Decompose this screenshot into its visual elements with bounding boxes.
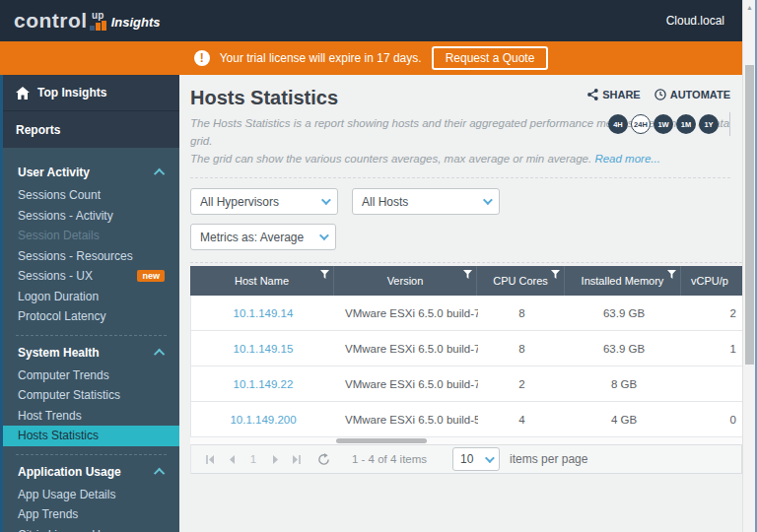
section-label: User Activity (18, 166, 90, 179)
time-range-24h[interactable]: 24H (631, 114, 651, 134)
item-label: Logon Duration (18, 290, 99, 303)
column-header-vcpu[interactable]: vCPU/p (681, 266, 742, 296)
cpu-cores-cell: 4 (478, 414, 566, 426)
chevron-down-icon (319, 232, 329, 241)
host-link[interactable]: 10.1.149.14 (191, 307, 335, 319)
table-row: 10.1.149.15 VMware ESXi 6.5.0 build-7388… (190, 331, 742, 366)
sidebar-item-sessions-count[interactable]: Sessions Count (3, 185, 179, 206)
sidebar-section-system-health[interactable]: System Health (3, 340, 179, 366)
filter-funnel-icon[interactable] (463, 270, 472, 279)
hosts-data-grid: Host Name Version CPU Cores Installed Me… (190, 262, 742, 474)
hypervisors-value: All Hypervisors (200, 195, 279, 209)
column-label: Version (387, 275, 424, 287)
item-label: App Usage Details (18, 488, 115, 501)
column-label: Host Name (235, 275, 289, 287)
hosts-dropdown[interactable]: All Hosts (352, 188, 500, 215)
sidebar-item-app-trends[interactable]: App Trends (3, 504, 179, 525)
header-actions: SHARE AUTOMATE 4H 24H 1W 1M 1Y (587, 89, 730, 136)
column-header-version[interactable]: Version (334, 266, 477, 296)
refresh-button[interactable] (317, 453, 330, 466)
next-page-button[interactable] (264, 455, 286, 464)
sidebar-item-sessions-resources[interactable]: Sessions - Resources (3, 246, 179, 267)
item-label: App Trends (18, 507, 78, 521)
cpu-cores-cell: 8 (478, 343, 566, 355)
item-label: Sessions - Activity (18, 209, 113, 223)
memory-cell: 63.9 GB (566, 343, 682, 355)
time-range-divider (729, 112, 730, 136)
filter-funnel-icon[interactable] (667, 270, 676, 279)
column-label: CPU Cores (493, 275, 548, 287)
share-label: SHARE (602, 89, 641, 100)
request-quote-button[interactable]: Request a Quote (432, 46, 549, 70)
hosts-value: All Hosts (362, 195, 408, 209)
time-range-1m[interactable]: 1M (676, 114, 696, 134)
vertical-scrollbar[interactable]: ▲ (742, 0, 755, 532)
sidebar-section-user-activity[interactable]: User Activity (3, 160, 179, 185)
vertical-scrollbar-thumb[interactable] (745, 65, 754, 365)
sidebar-reports-header[interactable]: Reports (3, 110, 179, 148)
logo-up-block: up (90, 11, 106, 31)
chevron-up-icon (154, 467, 165, 478)
metrics-dropdown[interactable]: Metrics as: Average (190, 224, 336, 250)
sidebar-item-logon-duration[interactable]: Logon Duration (3, 287, 179, 307)
sidebar-item-host-trends[interactable]: Host Trends (3, 406, 179, 427)
sidebar-item-computer-statistics[interactable]: Computer Statistics (3, 385, 179, 406)
sidebar-item-hosts-statistics[interactable]: Hosts Statistics (3, 426, 179, 446)
column-header-host-name[interactable]: Host Name (190, 266, 334, 296)
version-cell: VMware ESXi 6.5.0 build-7388607 (335, 343, 478, 355)
column-header-installed-memory[interactable]: Installed Memory (565, 266, 681, 296)
share-button[interactable]: SHARE (587, 89, 641, 100)
version-cell: VMware ESXi 6.5.0 build-5969303 (335, 414, 478, 426)
time-range-4h[interactable]: 4H (608, 114, 628, 134)
filter-funnel-icon[interactable] (551, 270, 560, 279)
description-line2: The grid can show the various counters a… (190, 153, 591, 165)
chevron-up-icon (154, 168, 165, 179)
exclamation-icon: ! (194, 50, 210, 66)
sidebar-top-block: Top Insights Reports (3, 75, 179, 148)
hypervisors-dropdown[interactable]: All Hypervisors (190, 188, 338, 215)
sidebar-item-app-usage-details[interactable]: App Usage Details (3, 485, 179, 505)
chevron-up-icon (154, 348, 165, 359)
trial-message: Your trial license will expire in 17 day… (220, 51, 422, 65)
clock-icon (654, 89, 666, 100)
column-header-cpu-cores[interactable]: CPU Cores (477, 266, 565, 296)
first-page-button[interactable] (199, 455, 221, 464)
scrollbar-up-arrow[interactable]: ▲ (745, 2, 754, 12)
cpu-cores-cell: 2 (478, 378, 566, 390)
sidebar-section-application-usage[interactable]: Application Usage (3, 459, 179, 485)
item-label: Protocol Latency (18, 309, 105, 323)
item-label: Session Details (18, 229, 100, 242)
new-badge: new (137, 270, 165, 282)
item-label: Computer Trends (18, 368, 109, 382)
pagination-status: 1 - 4 of 4 items (352, 453, 427, 465)
item-label: Citrix License Usage (18, 528, 126, 532)
time-range-1w[interactable]: 1W (654, 114, 673, 134)
automate-button[interactable]: AUTOMATE (654, 89, 730, 100)
read-more-link[interactable]: Read more... (594, 153, 659, 165)
sidebar-item-top-insights[interactable]: Top Insights (3, 75, 179, 110)
cpu-cores-cell: 8 (478, 307, 566, 319)
sidebar-item-citrix-license-usage[interactable]: Citrix License Usage (3, 525, 179, 532)
host-link[interactable]: 10.1.149.200 (191, 414, 335, 426)
host-link[interactable]: 10.1.149.15 (191, 343, 335, 355)
previous-page-button[interactable] (221, 455, 242, 464)
chevron-down-icon (321, 196, 331, 206)
sidebar-item-sessions-ux[interactable]: Sessions - UX new (3, 266, 179, 287)
page-size-dropdown[interactable]: 10 (452, 447, 500, 471)
horizontal-scrollbar-thumb[interactable] (336, 438, 427, 443)
host-link[interactable]: 10.1.149.22 (191, 378, 335, 390)
column-label: Installed Memory (582, 275, 664, 287)
time-range-1y[interactable]: 1Y (699, 114, 719, 134)
sidebar-reports-label: Reports (16, 123, 60, 137)
page-number[interactable]: 1 (242, 453, 264, 465)
time-range-buttons: 4H 24H 1W 1M 1Y (608, 112, 730, 136)
last-page-button[interactable] (286, 455, 308, 464)
vcpu-cell: 1 (682, 343, 742, 355)
filter-funnel-icon[interactable] (320, 270, 329, 279)
horizontal-scrollbar[interactable] (190, 437, 742, 444)
sidebar-item-sessions-activity[interactable]: Sessions - Activity (3, 206, 179, 227)
sidebar-item-computer-trends[interactable]: Computer Trends (3, 366, 179, 386)
sidebar-item-protocol-latency[interactable]: Protocol Latency (3, 306, 179, 327)
sidebar: Top Insights Reports User Activity Sessi… (0, 75, 179, 532)
version-cell: VMware ESXi 6.5.0 build-7388607 (335, 307, 478, 319)
